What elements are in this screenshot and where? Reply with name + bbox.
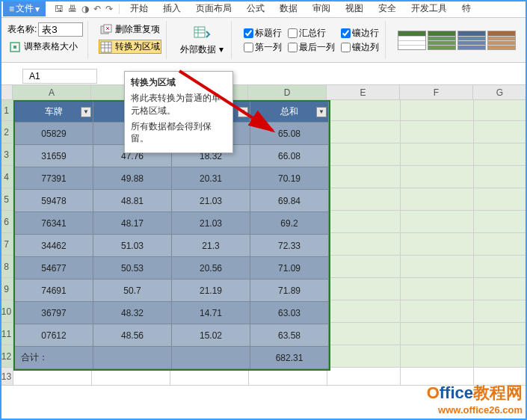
row-header-6[interactable]: 6 [0, 211, 13, 233]
cell-G10[interactable] [474, 300, 527, 323]
table-cell-r3-c3[interactable]: 69.84 [250, 190, 329, 212]
col-header-A[interactable]: A [13, 85, 91, 100]
tab-安全[interactable]: 安全 [371, 1, 404, 16]
row-header-13[interactable]: 13 [0, 368, 13, 386]
select-all-corner[interactable] [0, 85, 13, 100]
table-cell-r3-c1[interactable]: 48.81 [93, 190, 172, 212]
table-cell-r1-c0[interactable]: 31659 [15, 145, 93, 167]
table-cell-r6-c2[interactable]: 20.56 [172, 257, 250, 280]
tab-公式[interactable]: 公式 [239, 1, 272, 16]
cell-F10[interactable] [401, 300, 474, 323]
name-box[interactable]: A1 [22, 69, 97, 84]
table-cell-r9-c3[interactable]: 63.58 [250, 324, 329, 347]
cell-E12[interactable] [327, 345, 401, 368]
tab-视图[interactable]: 视图 [338, 1, 371, 16]
undo-icon[interactable]: ↶ [93, 4, 101, 14]
chk-banded-cols[interactable]: 镶边列 [341, 41, 379, 54]
tab-开始[interactable]: 开始 [123, 1, 155, 16]
table-cell-r9-c0[interactable]: 07612 [15, 324, 93, 347]
table-cell-r9-c1[interactable]: 48.56 [93, 324, 172, 347]
cell-F11[interactable] [401, 323, 474, 345]
tab-特[interactable]: 特 [454, 1, 478, 16]
cell-F5[interactable] [401, 188, 474, 211]
table-cell-r8-c3[interactable]: 63.03 [250, 302, 329, 324]
col-header-D[interactable]: D [248, 85, 327, 100]
cell-E3[interactable] [327, 143, 401, 166]
style-swatch-2[interactable] [428, 31, 456, 50]
row-header-8[interactable]: 8 [0, 256, 13, 278]
cell-F3[interactable] [401, 143, 474, 166]
table-cell-r3-c2[interactable]: 21.03 [172, 190, 250, 212]
chk-last-col[interactable]: 最后一列 [288, 41, 335, 54]
cell-G6[interactable] [474, 211, 527, 233]
cell-G11[interactable] [474, 323, 527, 345]
cell-grid[interactable]: 车牌▼▼次称重▼总和▼058296.3865.083165947.7618.32… [13, 100, 527, 386]
table-cell-r1-c3[interactable]: 66.08 [250, 145, 329, 167]
table-cell-r5-c2[interactable]: 21.3 [172, 235, 250, 257]
table-cell-r4-c1[interactable]: 48.17 [93, 212, 172, 235]
convert-to-range-button[interactable]: 转换为区域 [99, 40, 161, 54]
table-cell-r5-c0[interactable]: 34462 [15, 235, 93, 257]
cell-G12[interactable] [474, 345, 527, 368]
cell-G4[interactable] [474, 166, 527, 188]
col-header-G[interactable]: G [473, 85, 527, 100]
table-cell-r4-c3[interactable]: 69.2 [250, 212, 329, 235]
row-header-9[interactable]: 9 [0, 278, 13, 300]
table-cell-r3-c0[interactable]: 59478 [15, 190, 93, 212]
table-name-input[interactable] [38, 22, 83, 37]
print-icon[interactable]: 🖶 [68, 4, 77, 14]
row-header-3[interactable]: 3 [0, 143, 13, 166]
cell-F9[interactable] [401, 278, 474, 300]
row-header-5[interactable]: 5 [0, 188, 13, 211]
save-icon[interactable]: 🖫 [55, 4, 64, 14]
cell-E5[interactable] [327, 188, 401, 211]
row-header-12[interactable]: 12 [0, 345, 13, 368]
cell-E2[interactable] [327, 121, 401, 143]
tab-插入[interactable]: 插入 [155, 1, 188, 16]
cell-G2[interactable] [474, 121, 527, 143]
table-cell-r2-c2[interactable]: 20.31 [172, 167, 250, 190]
remove-duplicates-button[interactable]: 删除重复项 [99, 22, 161, 37]
table-cell-r2-c1[interactable]: 49.88 [93, 167, 172, 190]
cell-F1[interactable] [401, 100, 474, 121]
cell-E11[interactable] [327, 323, 401, 345]
cell-F12[interactable] [401, 345, 474, 368]
tab-审阅[interactable]: 审阅 [305, 1, 338, 16]
table-cell-r0-c0[interactable]: 05829 [15, 123, 93, 145]
table-cell-r2-c3[interactable]: 70.19 [250, 167, 329, 190]
table-cell-r7-c3[interactable]: 71.89 [250, 280, 329, 302]
filter-dropdown-3[interactable]: ▼ [316, 107, 327, 117]
table-cell-r10-c0[interactable]: 合计： [15, 347, 93, 369]
style-swatch-4[interactable] [487, 31, 516, 50]
cell-F2[interactable] [401, 121, 474, 143]
row-header-11[interactable]: 11 [0, 323, 13, 345]
table-cell-r10-c3[interactable]: 682.31 [250, 347, 329, 369]
file-menu[interactable]: ≡ 文件 ▾ [3, 1, 46, 16]
table-cell-r10-c1[interactable] [93, 347, 172, 369]
table-cell-r7-c1[interactable]: 50.7 [93, 280, 172, 302]
table-cell-r8-c1[interactable]: 48.32 [93, 302, 172, 324]
preview-icon[interactable]: ◑ [81, 4, 89, 14]
table-cell-r8-c0[interactable]: 36797 [15, 302, 93, 324]
row-header-10[interactable]: 10 [0, 300, 13, 323]
table-cell-r7-c0[interactable]: 74691 [15, 280, 93, 302]
table-cell-r7-c2[interactable]: 21.19 [172, 280, 250, 302]
cell-G1[interactable] [474, 100, 527, 121]
cell-E1[interactable] [327, 100, 401, 121]
table-cell-r5-c3[interactable]: 72.33 [250, 235, 329, 257]
cell-E9[interactable] [327, 278, 401, 300]
table-cell-r2-c0[interactable]: 77391 [15, 167, 93, 190]
filter-dropdown-2[interactable]: ▼ [238, 107, 248, 117]
table-cell-r10-c2[interactable] [172, 347, 250, 369]
redo-icon[interactable]: ↷ [105, 4, 113, 14]
row-header-2[interactable]: 2 [0, 121, 13, 143]
resize-table-button[interactable]: 调整表格大小 [7, 40, 83, 54]
table-cell-r6-c3[interactable]: 71.09 [250, 257, 329, 280]
cell-F4[interactable] [401, 166, 474, 188]
chk-header-row[interactable]: 标题行 [244, 27, 282, 40]
style-swatch-3[interactable] [457, 31, 486, 50]
table-cell-r9-c2[interactable]: 15.02 [172, 324, 250, 347]
table-cell-r4-c2[interactable]: 21.03 [172, 212, 250, 235]
cell-G9[interactable] [474, 278, 527, 300]
table-header-0[interactable]: 车牌▼ [15, 102, 93, 123]
